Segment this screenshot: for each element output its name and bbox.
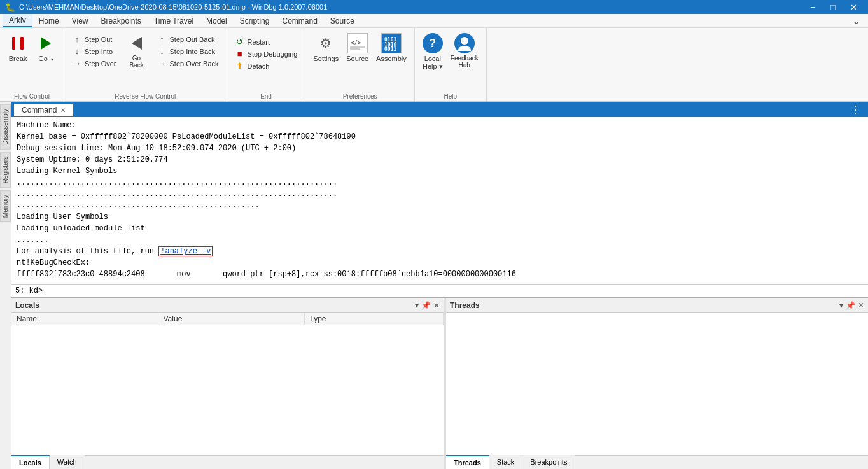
step-into-back-button[interactable]: ↓ Step Into Back [153,45,223,57]
step-out-back-button[interactable]: ↑ Step Out Back [153,33,223,45]
menu-item-arkiv[interactable]: Arkiv [3,14,32,27]
menu-item-home[interactable]: Home [32,14,66,27]
source-button[interactable]: </> Source [342,31,372,65]
threads-tab[interactable]: Threads [446,455,489,469]
svg-marker-2 [41,37,51,50]
go-back-icon [127,33,147,53]
settings-label: Settings [313,55,339,62]
menu-item-source[interactable]: Source [324,14,361,27]
menu-item-view[interactable]: View [66,14,95,27]
flow-control-buttons: Break Go ▾ [4,31,60,65]
stop-debugging-label: Stop Debugging [248,50,298,58]
locals-bottom-tabs: Locals Watch [11,455,444,469]
watch-tab[interactable]: Watch [50,455,85,469]
output-dots-3: ........................................… [17,200,863,211]
threads-dropdown-button[interactable]: ▾ [839,301,843,310]
ribbon: Break Go ▾ Flow Control ↑ Step Out [0,28,868,102]
stack-tab[interactable]: Stack [489,455,523,469]
local-help-label: LocalHelp ▾ [423,55,443,71]
svg-point-11 [461,37,468,45]
sidebar-tab-registers[interactable]: Registers [0,152,11,188]
step-over-back-button[interactable]: → Step Over Back [153,57,223,69]
settings-icon: ⚙ [316,33,336,53]
ribbon-group-reverse-flow: ↑ Step Out ↓ Step Into → Step Over [64,28,227,101]
svg-text:0011: 0011 [384,46,396,52]
step-out-icon: ↑ [72,34,82,44]
stop-debugging-button[interactable]: ■ Stop Debugging [231,48,302,60]
command-input[interactable] [45,286,864,295]
title-bar: 🐛 C:\Users\MEHMAN\Desktop\OneDrive-2020-… [0,0,868,14]
locals-pin-button[interactable]: 📌 [421,301,431,310]
menu-item-scripting[interactable]: Scripting [234,14,276,27]
step-over-button[interactable]: → Step Over [68,57,120,69]
command-pane-options[interactable]: ⋮ [845,104,865,116]
reverse-flow-buttons-row: ↑ Step Out ↓ Step Into → Step Over [68,31,223,92]
threads-pin-button[interactable]: 📌 [846,301,855,310]
step-into-button[interactable]: ↓ Step Into [68,45,120,57]
threads-close-button[interactable]: ✕ [858,301,864,310]
sidebar-tab-memory[interactable]: Memory [0,190,11,222]
menu-item-command[interactable]: Command [276,14,323,27]
step-buttons-col1: ↑ Step Out ↓ Step Into → Step Over [68,33,120,92]
restart-label: Restart [248,38,270,46]
detach-button[interactable]: ⬆ Detach [231,60,302,72]
flow-control-label: Flow Control [4,92,60,101]
step-over-back-label: Step Over Back [170,60,219,67]
locals-pane-controls: ▾ 📌 ✕ [415,301,440,310]
threads-pane-controls: ▾ 📌 ✕ [839,301,864,310]
menu-item-breakpoints[interactable]: Breakpoints [94,14,147,27]
threads-bottom-tabs: Threads Stack Breakpoints [446,455,868,469]
output-line-machine-name: Machine Name: [17,120,863,131]
menu-item-model[interactable]: Model [200,14,234,27]
locals-dropdown-button[interactable]: ▾ [415,301,419,310]
restart-button[interactable]: ↺ Restart [231,36,302,48]
ribbon-collapse-button[interactable]: ⌄ [847,14,865,27]
assembly-button[interactable]: 0101 1010 0011 Assembly [372,31,410,65]
assembly-label: Assembly [376,55,407,62]
step-out-button[interactable]: ↑ Step Out [68,33,120,45]
ribbon-group-help: ? LocalHelp ▾ FeedbackHub Help [415,28,487,101]
step-into-back-label: Step Into Back [170,48,216,55]
feedback-hub-button[interactable]: FeedbackHub [447,31,482,71]
break-button[interactable]: Break [4,31,32,65]
sidebar-tab-disassembly[interactable]: Disassembly [0,104,11,150]
source-icon: </> [347,33,368,53]
threads-title-label: Threads [450,301,480,310]
command-tab-close[interactable]: ✕ [60,107,66,114]
maximize-button[interactable]: □ [823,0,843,14]
svg-text:</>: </> [351,39,361,46]
step-into-label: Step Into [85,48,113,55]
settings-button[interactable]: ⚙ Settings [309,31,342,65]
assembly-icon: 0101 1010 0011 [381,33,402,53]
go-button[interactable]: Go ▾ [32,31,60,65]
reverse-flow-label: Reverse Flow Control [68,92,223,101]
breakpoints-tab[interactable]: Breakpoints [522,455,575,469]
ribbon-group-flow-control: Break Go ▾ Flow Control [0,28,64,101]
output-dots-1: ........................................… [17,177,863,188]
go-label: Go ▾ [38,55,53,62]
local-help-button[interactable]: ? LocalHelp ▾ [419,31,447,73]
preferences-label: Preferences [309,92,410,101]
output-dots-4: ....... [17,234,863,246]
command-pane: Command ✕ ⋮ Machine Name: Kernel base = … [11,102,868,297]
svg-rect-0 [12,37,15,50]
analyze-link[interactable]: !analyze -v [158,246,213,256]
minimize-button[interactable]: − [803,0,822,14]
menu-item-time-travel[interactable]: Time Travel [148,14,200,27]
locals-tab[interactable]: Locals [11,455,50,469]
step-out-back-label: Step Out Back [170,36,215,43]
help-buttons: ? LocalHelp ▾ FeedbackHub [419,31,482,73]
locals-title: Locals [15,301,39,310]
command-tab[interactable]: Command ✕ [14,104,73,116]
ribbon-group-preferences: ⚙ Settings </> Source [305,28,414,101]
output-line-kebugcheck: nt!KeBugCheckEx: [17,257,863,269]
output-line-asm: fffff802`783c23c0 48894c2408 mov qword p… [17,269,863,280]
output-dots-2: ........................................… [17,188,863,200]
go-back-button[interactable]: GoBack [123,31,151,92]
close-button[interactable]: ✕ [844,0,863,14]
threads-pane: Threads ▾ 📌 ✕ Threads Stack Breakpoints [446,298,868,469]
output-line-kernel-base: Kernel base = 0xfffff802`78200000 PsLoad… [17,131,863,143]
end-buttons: ↺ Restart ■ Stop Debugging ⬆ Detach [231,36,302,72]
step-over-label: Step Over [85,60,116,67]
locals-close-button[interactable]: ✕ [433,301,440,310]
